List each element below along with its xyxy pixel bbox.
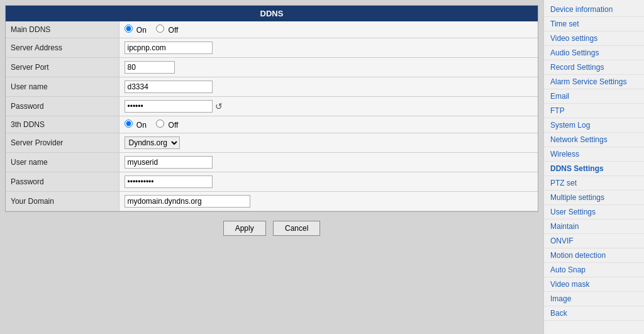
main-content: DDNS Main DDNS On Off	[0, 0, 543, 334]
sidebar-item-network-settings[interactable]: Network Settings	[544, 133, 644, 147]
sidebar-item-maintain[interactable]: Maintain	[544, 220, 644, 234]
sidebar-item-record-settings[interactable]: Record Settings	[544, 60, 644, 75]
password2-row: Password	[6, 172, 538, 192]
sidebar-item-wireless[interactable]: Wireless	[544, 147, 644, 162]
form-table: Main DDNS On Off Server Addr	[6, 21, 538, 211]
server-port-cell	[119, 58, 538, 77]
sidebar-item-multiple-settings[interactable]: Multiple settings	[544, 191, 644, 205]
third-ddns-value-cell: On Off	[119, 116, 538, 133]
third-ddns-label: 3th DDNS	[6, 116, 119, 133]
username-cell	[119, 77, 538, 97]
password-input[interactable]	[125, 100, 213, 113]
sidebar-item-image[interactable]: Image	[544, 292, 644, 306]
main-ddns-on-radio[interactable]	[125, 25, 133, 33]
server-address-label: Server Address	[6, 38, 119, 58]
sidebar-item-device-information[interactable]: Device information	[544, 3, 644, 17]
cancel-button[interactable]: Cancel	[273, 221, 320, 236]
your-domain-cell	[119, 192, 538, 211]
username2-label: User name	[6, 153, 119, 172]
main-ddns-value-cell: On Off	[119, 21, 538, 38]
button-row: Apply Cancel	[5, 212, 538, 242]
your-domain-label: Your Domain	[6, 192, 119, 211]
sidebar-item-video-settings[interactable]: Video settings	[544, 31, 644, 46]
sidebar-item-motion-detection[interactable]: Motion detection	[544, 248, 644, 263]
sidebar-item-email[interactable]: Email	[544, 89, 644, 104]
sidebar-item-alarm-service-settings[interactable]: Alarm Service Settings	[544, 75, 644, 89]
eye-icon[interactable]: ↺	[215, 101, 223, 111]
password2-label: Password	[6, 172, 119, 192]
third-ddns-on-radio[interactable]	[125, 120, 133, 128]
username2-input[interactable]	[125, 156, 213, 169]
sidebar-item-video-mask[interactable]: Video mask	[544, 277, 644, 292]
server-provider-row: Server Provider Dyndns.org No-IP.com 332…	[6, 133, 538, 153]
server-address-input[interactable]	[125, 42, 213, 54]
third-ddns-off-radio[interactable]	[156, 120, 164, 128]
third-ddns-off-label[interactable]: Off	[156, 121, 178, 130]
sidebar-item-system-log[interactable]: System Log	[544, 118, 644, 133]
username-row: User name	[6, 77, 538, 97]
username-label: User name	[6, 77, 119, 97]
sidebar: Device informationTime setVideo settings…	[543, 0, 644, 334]
sidebar-item-audio-settings[interactable]: Audio Settings	[544, 46, 644, 60]
username2-row: User name	[6, 153, 538, 172]
sidebar-item-ddns-settings[interactable]: DDNS Settings	[544, 162, 644, 176]
server-provider-cell: Dyndns.org No-IP.com 3322.org	[119, 133, 538, 153]
password-cell: ↺	[119, 97, 538, 116]
panel-title: DDNS	[6, 6, 538, 21]
main-ddns-label: Main DDNS	[6, 21, 119, 38]
server-address-row: Server Address	[6, 38, 538, 58]
sidebar-item-user-settings[interactable]: User Settings	[544, 205, 644, 220]
password-label: Password	[6, 97, 119, 116]
password-wrapper: ↺	[125, 100, 533, 113]
username2-cell	[119, 153, 538, 172]
sidebar-item-onvif[interactable]: ONVIF	[544, 234, 644, 248]
third-ddns-radio-group: On Off	[125, 121, 186, 130]
main-ddns-off-radio[interactable]	[156, 25, 164, 33]
third-ddns-row: 3th DDNS On Off	[6, 116, 538, 133]
sidebar-item-ftp[interactable]: FTP	[544, 104, 644, 118]
username-input[interactable]	[125, 81, 213, 93]
sidebar-item-back[interactable]: Back	[544, 306, 644, 321]
password2-cell	[119, 172, 538, 192]
apply-button[interactable]: Apply	[223, 221, 266, 236]
password-row: Password ↺	[6, 97, 538, 116]
main-ddns-on-label[interactable]: On	[125, 26, 149, 35]
your-domain-input[interactable]	[125, 195, 250, 208]
server-provider-label: Server Provider	[6, 133, 119, 153]
server-port-input[interactable]	[125, 61, 175, 74]
main-ddns-radio-group: On Off	[125, 26, 186, 35]
server-provider-select[interactable]: Dyndns.org No-IP.com 3322.org	[125, 136, 180, 149]
main-ddns-off-label[interactable]: Off	[156, 26, 178, 35]
sidebar-item-auto-snap[interactable]: Auto Snap	[544, 263, 644, 277]
third-ddns-on-label[interactable]: On	[125, 121, 149, 130]
ddns-panel: DDNS Main DDNS On Off	[5, 5, 538, 212]
sidebar-item-time-set[interactable]: Time set	[544, 17, 644, 31]
password2-input[interactable]	[125, 175, 213, 188]
server-port-row: Server Port	[6, 58, 538, 77]
main-ddns-row: Main DDNS On Off	[6, 21, 538, 38]
server-address-cell	[119, 38, 538, 58]
sidebar-item-ptz-set[interactable]: PTZ set	[544, 176, 644, 191]
your-domain-row: Your Domain	[6, 192, 538, 211]
server-port-label: Server Port	[6, 58, 119, 77]
